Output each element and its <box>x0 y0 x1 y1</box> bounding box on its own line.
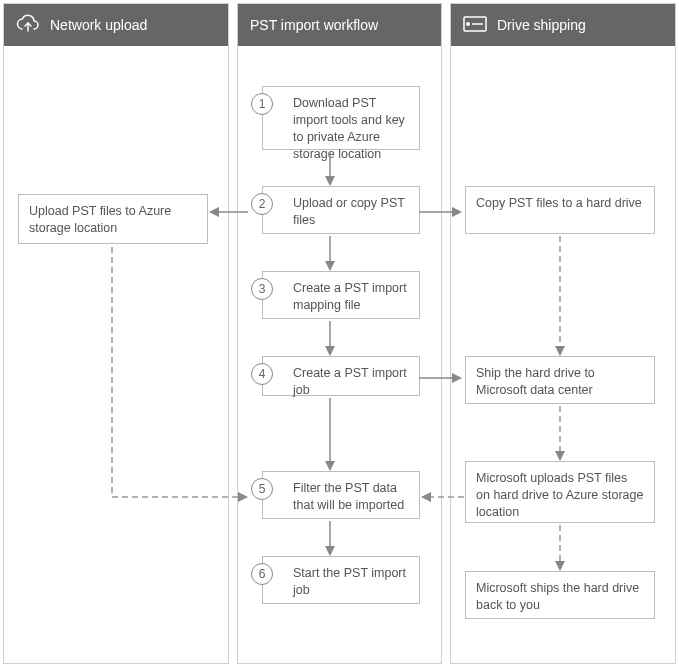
column-body-left: Upload PST files to Azure storage locati… <box>4 46 228 663</box>
step-1: 1 Download PST import tools and key to p… <box>262 86 420 150</box>
box-ms-uploads-pst: Microsoft uploads PST files on hard driv… <box>465 461 655 523</box>
box-copy-pst-hard-drive: Copy PST files to a hard drive <box>465 186 655 234</box>
cloud-upload-icon <box>16 14 40 37</box>
box-text: Upload PST files to Azure storage locati… <box>29 204 171 235</box>
step-text: Create a PST import mapping file <box>293 281 407 312</box>
step-5: 5 Filter the PST data that will be impor… <box>262 471 420 519</box>
step-text: Start the PST import job <box>293 566 406 597</box>
box-text: Ship the hard drive to Microsoft data ce… <box>476 366 595 397</box>
column-title: PST import workflow <box>250 17 378 33</box>
box-upload-pst-azure: Upload PST files to Azure storage locati… <box>18 194 208 244</box>
step-number-1: 1 <box>251 93 273 115</box>
column-title: Drive shipping <box>497 17 586 33</box>
box-text: Copy PST files to a hard drive <box>476 196 642 210</box>
hard-drive-icon <box>463 16 487 35</box>
column-network-upload: Network upload Upload PST files to Azure… <box>3 3 229 664</box>
step-number-3: 3 <box>251 278 273 300</box>
step-number-4: 4 <box>251 363 273 385</box>
column-workflow: PST import workflow 1 Download PST impor… <box>237 3 442 664</box>
box-ship-hard-drive: Ship the hard drive to Microsoft data ce… <box>465 356 655 404</box>
svg-point-1 <box>467 22 469 24</box>
step-3: 3 Create a PST import mapping file <box>262 271 420 319</box>
step-4: 4 Create a PST import job <box>262 356 420 396</box>
column-header-workflow: PST import workflow <box>238 4 441 46</box>
step-text: Download PST import tools and key to pri… <box>293 96 405 161</box>
step-2: 2 Upload or copy PST files <box>262 186 420 234</box>
step-text: Create a PST import job <box>293 366 407 397</box>
box-text: Microsoft ships the hard drive back to y… <box>476 581 639 612</box>
step-text: Filter the PST data that will be importe… <box>293 481 404 512</box>
box-ms-ships-back: Microsoft ships the hard drive back to y… <box>465 571 655 619</box>
step-number-6: 6 <box>251 563 273 585</box>
column-header-network-upload: Network upload <box>4 4 228 46</box>
column-body-right: Copy PST files to a hard drive Ship the … <box>451 46 675 663</box>
step-number-2: 2 <box>251 193 273 215</box>
step-text: Upload or copy PST files <box>293 196 405 227</box>
step-6: 6 Start the PST import job <box>262 556 420 604</box>
column-drive-shipping: Drive shipping Copy PST files to a hard … <box>450 3 676 664</box>
step-number-5: 5 <box>251 478 273 500</box>
column-body-mid: 1 Download PST import tools and key to p… <box>238 46 441 663</box>
column-header-drive-shipping: Drive shipping <box>451 4 675 46</box>
column-title: Network upload <box>50 17 147 33</box>
box-text: Microsoft uploads PST files on hard driv… <box>476 471 643 519</box>
